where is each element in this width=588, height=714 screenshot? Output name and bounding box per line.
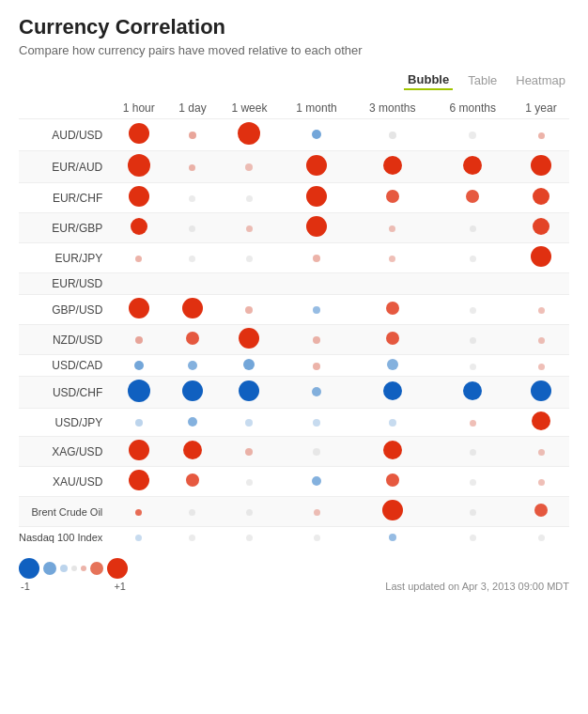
bubble-cell [110, 295, 167, 325]
bubble [306, 155, 327, 176]
bubble-cell [433, 183, 514, 213]
bubble-cell [218, 437, 281, 467]
bubble-cell [218, 213, 281, 243]
bubble-cell [167, 213, 217, 243]
bubble-cell [513, 467, 569, 497]
bubble [538, 479, 545, 486]
bubble-cell [281, 295, 352, 325]
bubble [183, 441, 202, 459]
bubble-cell [433, 467, 514, 497]
bubble [389, 534, 396, 541]
tab-heatmap[interactable]: Heatmap [512, 71, 569, 89]
col-1month: 1 month [281, 98, 352, 119]
bubble-cell [218, 355, 281, 377]
bubble-cell [281, 325, 352, 355]
bubble [189, 195, 195, 202]
table-row: USD/JPY [19, 409, 569, 437]
bubble [189, 256, 195, 262]
bubble [129, 123, 149, 144]
page-subtitle: Compare how currency pairs have moved re… [19, 43, 569, 57]
bubble-cell [167, 295, 217, 325]
bubble-cell [281, 437, 352, 467]
row-label: EUR/CHF [19, 183, 110, 213]
bubble [470, 225, 476, 232]
bubble [313, 336, 320, 344]
bubble [246, 256, 253, 262]
table-row: Brent Crude Oil [19, 497, 569, 527]
bubble [538, 449, 545, 456]
col-1hour: 1 hour [110, 98, 167, 119]
bubble [538, 535, 545, 541]
table-row: NZD/USD [19, 325, 569, 355]
legend-bubble [60, 565, 68, 572]
table-row: EUR/AUD [19, 151, 569, 183]
legend-bubble [81, 566, 86, 571]
col-label-empty [19, 98, 110, 119]
bubble-cell [167, 377, 217, 409]
bubble [386, 302, 399, 315]
bubble [134, 361, 144, 370]
table-row: EUR/USD [19, 273, 569, 295]
bubble-cell [218, 467, 281, 497]
bubble [313, 419, 320, 427]
bubble-cell [433, 243, 514, 273]
table-row: Nasdaq 100 Index [19, 527, 569, 548]
bubble-cell [281, 243, 352, 273]
row-label: USD/CHF [19, 377, 110, 409]
bubble-cell-empty [110, 273, 167, 295]
row-label: EUR/GBP [19, 213, 110, 243]
bubble [135, 419, 143, 427]
row-label: EUR/AUD [19, 151, 110, 183]
bubble-cell [218, 377, 281, 409]
bubble [182, 298, 203, 318]
bubble-cell [281, 213, 352, 243]
tab-bubble[interactable]: Bubble [404, 70, 453, 90]
bubble-cell [352, 497, 433, 527]
bubble [239, 380, 259, 401]
bubble-cell [218, 151, 281, 183]
bubble [463, 156, 482, 175]
bubble [533, 188, 549, 205]
bubble-cell [513, 183, 569, 213]
bubble-cell [513, 437, 569, 467]
bubble [188, 417, 197, 427]
bubble [314, 509, 320, 516]
bubble-cell [352, 377, 433, 409]
tab-table[interactable]: Table [464, 71, 501, 89]
bubble-cell [167, 437, 217, 467]
bubble [387, 359, 398, 370]
bubble [135, 336, 143, 344]
col-1year: 1 year [513, 98, 569, 119]
bubble-cell [433, 355, 514, 377]
bubble-cell [281, 355, 352, 377]
bubble-cell [433, 119, 514, 151]
bubble [533, 218, 549, 235]
bubble-cell [352, 355, 433, 377]
bubble [135, 256, 142, 262]
bubble-cell [513, 213, 569, 243]
bubble-cell [167, 183, 217, 213]
legend-bubble [90, 562, 103, 575]
bubble-cell [110, 151, 167, 183]
bubble-cell [433, 437, 514, 467]
bubble [238, 122, 260, 145]
bubble-cell [433, 325, 514, 355]
bubble-cell [352, 151, 433, 183]
bubble-cell [352, 527, 433, 548]
legend-pos-label: +1 [114, 581, 126, 592]
col-3months: 3 months [352, 98, 433, 119]
bubble [389, 256, 395, 262]
bubble [469, 132, 476, 139]
row-label: USD/JPY [19, 409, 110, 437]
bubble-cell [167, 527, 217, 548]
bubble-cell [352, 467, 433, 497]
bubble-cell [433, 497, 514, 527]
bubble-cell [513, 527, 569, 548]
bubble [306, 216, 327, 237]
bubble-cell [167, 325, 217, 355]
bubble-cell [433, 295, 514, 325]
bubble [135, 535, 142, 541]
bubble [382, 500, 403, 520]
bubble-cell [110, 527, 167, 548]
bubble [532, 411, 550, 430]
